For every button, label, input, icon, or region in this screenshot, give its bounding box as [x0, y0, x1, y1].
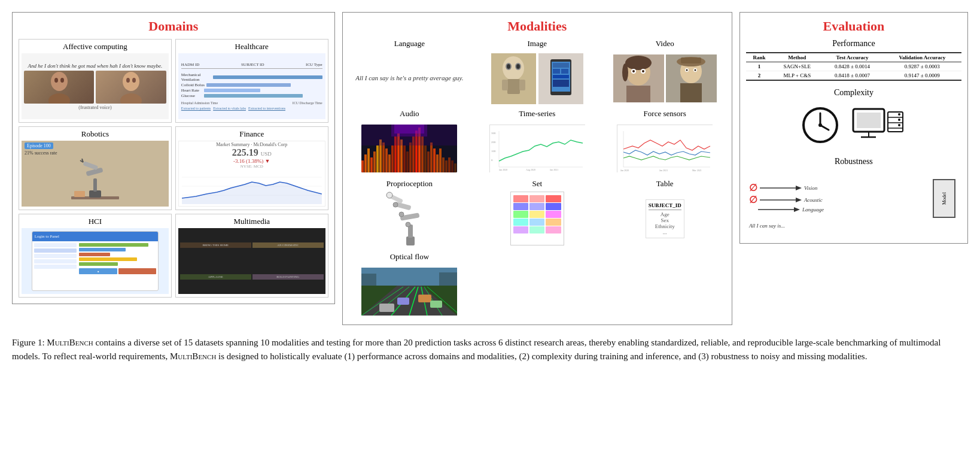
set-visual: [476, 192, 598, 245]
health-header: HADM IDSUBJECT IDICU Type: [181, 62, 322, 70]
img-robot-svg: [491, 53, 536, 104]
audio-title: Audio: [400, 109, 419, 119]
image-title: Image: [528, 39, 547, 48]
health-row-2: Colloid Bolus: [181, 83, 322, 87]
sidebar-item-1: [34, 243, 77, 247]
svg-line-137: [820, 125, 829, 130]
svg-rect-67: [391, 145, 394, 172]
svg-point-28: [507, 64, 510, 69]
svg-point-1: [48, 93, 70, 104]
mm-thumb-2: AN CINEMATIC: [252, 242, 324, 248]
performance-section: Performance Rank Method Test Accuracy Va…: [746, 39, 961, 81]
face-silhouette-2: [96, 71, 166, 104]
set-row-3: [513, 211, 561, 218]
domain-hci: HCI Login to Panel: [19, 214, 172, 298]
set-cell-7: [513, 211, 528, 218]
table-data: SUBJECT_ID Age Sex Ethnicity ...: [646, 199, 684, 238]
app-bar-green2: [79, 262, 117, 266]
svg-rect-87: [451, 160, 454, 172]
healthcare-visual: HADM IDSUBJECT IDICU Type Mechanical Ven…: [178, 53, 325, 119]
svg-point-117: [393, 202, 398, 207]
force-chart-svg: Jan 2020 Jan 2021 Mar 2021: [617, 125, 713, 173]
mobile-app: Login to Panel: [32, 231, 159, 291]
method-1: SAGN+SLE: [772, 62, 821, 71]
img-phone: [538, 53, 583, 104]
modality-video: Video: [604, 39, 725, 105]
test-2: 0.8418 ± 0.0007: [821, 71, 882, 81]
vision-null: ∅: [749, 182, 757, 193]
set-cell-6: [546, 203, 561, 210]
svg-rect-85: [445, 160, 448, 172]
set-cell-13: [513, 226, 528, 234]
domain-robotics: Robotics Episode 100 21% success rate: [19, 126, 172, 210]
domains-panel: Domains Affective computing Gaze aversio…: [12, 12, 335, 304]
svg-rect-130: [397, 298, 409, 305]
set-row-4: [513, 219, 561, 226]
multimedia-title: Multimedia: [178, 217, 325, 226]
svg-marker-152: [796, 198, 802, 202]
domain-multimedia: Multimedia BRING THIS HOME AN CINEMATIC …: [175, 214, 328, 298]
video-thumbs: [613, 54, 717, 102]
svg-point-148: [898, 124, 900, 126]
svg-point-0: [51, 72, 68, 91]
table-visual: SUBJECT_ID Age Sex Ethnicity ...: [604, 192, 725, 245]
acoustic-null: ∅: [749, 194, 757, 205]
col-method: Method: [772, 53, 821, 62]
set-row-5: [513, 226, 561, 234]
set-title: Set: [532, 179, 542, 189]
modality-audio: Audio: [349, 109, 470, 175]
main-container: Domains Affective computing Gaze aversio…: [12, 12, 968, 364]
svg-rect-79: [427, 151, 430, 172]
modalities-grid: Language All I can say is he's a pretty …: [349, 39, 726, 319]
mm-label-4: BOLD PAINTING: [276, 275, 299, 278]
optical-svg: [361, 268, 457, 316]
rank-1: 1: [746, 62, 772, 71]
stock-price: 225.19: [232, 147, 258, 158]
app-bar-blue: [79, 248, 125, 251]
evaluation-title: Evaluation: [746, 19, 961, 34]
svg-rect-92: [490, 125, 586, 173]
rank-2: 2: [746, 71, 772, 81]
optical-img: [361, 268, 457, 316]
face-svg-1: [47, 71, 71, 104]
affective-quote: And he I don't think he got mad when hah…: [28, 63, 163, 69]
svg-point-2: [54, 78, 58, 83]
robotics-title: Robotics: [22, 129, 169, 139]
vision-label: Vision: [804, 185, 817, 191]
modalities-panel: Modalities Language All I can say is he'…: [342, 12, 732, 325]
svg-text:Mar 2021: Mar 2021: [692, 169, 702, 172]
image-visual: [476, 51, 598, 105]
svg-rect-66: [388, 154, 391, 172]
svg-rect-82: [436, 154, 439, 172]
language-title: Language: [394, 39, 425, 48]
perf-header-row: Rank Method Test Accuracy Validation Acc…: [746, 53, 961, 62]
sidebar-item-5: [34, 265, 77, 269]
perf-table-body: 1 SAGN+SLE 0.8428 ± 0.0014 0.9287 ± 0.00…: [746, 62, 961, 81]
robustness-quote: All I can say is...: [749, 223, 785, 229]
domain-finance: Finance Market Summary · McDonald's Corp…: [175, 126, 328, 210]
svg-rect-128: [361, 274, 376, 286]
svg-rect-65: [385, 148, 388, 172]
hci-title: HCI: [22, 217, 169, 226]
audio-visual: [349, 122, 470, 175]
set-row-1: [513, 195, 561, 202]
set-grid: [510, 192, 564, 245]
modalities-title: Modalities: [349, 19, 726, 34]
svg-text:Aug 2020: Aug 2020: [526, 168, 535, 171]
svg-point-114: [386, 192, 392, 198]
svg-point-116: [399, 212, 404, 217]
svg-rect-40: [626, 86, 650, 102]
svg-text:200: 200: [491, 141, 496, 144]
acoustic-arrow-svg: [760, 196, 802, 204]
svg-rect-35: [561, 69, 568, 74]
svg-point-42: [622, 63, 628, 81]
modality-timeseries: Time-series 300 200 100 0: [476, 109, 598, 175]
svg-point-22: [503, 56, 524, 80]
svg-rect-10: [93, 178, 97, 192]
model-box: Model: [933, 179, 955, 218]
test-1: 0.8428 ± 0.0014: [821, 62, 882, 71]
acoustic-label: Acoustic: [804, 197, 823, 203]
svg-point-7: [132, 78, 136, 83]
modality-set: Set: [476, 179, 598, 248]
svg-rect-23: [507, 79, 520, 94]
